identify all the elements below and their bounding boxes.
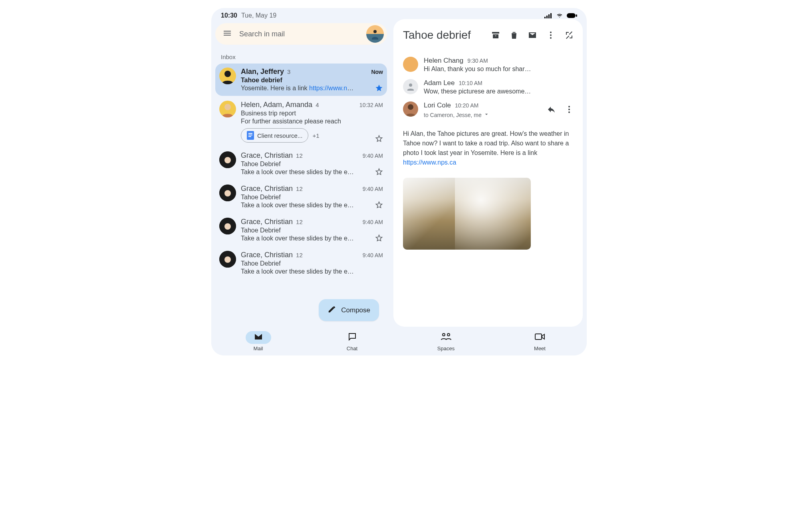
message-body: Hi Alan, the Tahoe pictures are great. H… [403,122,577,167]
message-body-link[interactable]: https://www.nps.ca [403,159,456,166]
svg-point-23 [550,37,552,39]
nav-label: Chat [347,345,357,351]
sender-avatar [403,101,418,117]
thread-count: 3 [287,68,290,75]
delete-button[interactable] [506,27,522,43]
status-date: Tue, May 19 [241,12,276,19]
sender-avatar [219,218,236,234]
thread-snippet: Take a look over these slides by the end… [241,169,357,176]
svg-rect-31 [535,334,542,339]
thread-count: 4 [316,101,319,108]
thread-snippet: Yosemite. Here is a link https://www.nps… [241,85,357,92]
sender-avatar [219,67,236,84]
thread-item[interactable]: Helen, Adam, Amanda 4 10:32 AM Business … [215,97,387,147]
message-sender: Adam Lee [424,79,455,87]
star-toggle[interactable] [375,135,383,143]
thread-snippet: Take a look over these slides by the end… [241,268,357,275]
svg-point-18 [224,223,231,230]
attachment-chip[interactable]: Client resource... [241,128,308,143]
sender-avatar [403,57,418,72]
status-bar: 10:30 Tue, May 19 [211,8,587,19]
attached-photo[interactable] [403,178,531,250]
svg-point-26 [568,106,570,107]
svg-rect-11 [248,135,252,135]
svg-point-28 [568,111,570,113]
docs-icon [247,131,254,140]
svg-point-30 [447,333,450,336]
svg-point-14 [224,157,231,163]
mail-icon [254,332,263,343]
signal-icon [544,13,552,18]
sender-avatar [403,79,418,94]
thread-item[interactable]: Grace, Christian 12 9:40 AM Tahoe Debrie… [215,214,387,246]
svg-rect-1 [546,16,548,18]
svg-rect-3 [550,13,552,18]
thread-senders: Helen, Adam, Amanda [241,101,312,109]
thread-senders: Grace, Christian [241,218,293,226]
sender-avatar [219,185,236,201]
mark-unread-button[interactable] [524,27,540,43]
thread-item[interactable]: Grace, Christian 12 9:40 AM Tahoe Debrie… [215,147,387,180]
thread-time: 9:40 AM [363,186,383,192]
compose-button[interactable]: Compose [319,299,379,321]
svg-rect-5 [576,14,577,17]
thread-senders: Alan, Jeffery [241,67,284,76]
message-more-button[interactable] [561,101,577,117]
thread-snippet: Take a look over these slides by the end… [241,235,357,242]
thread-subject: Tahoe Debrief [241,194,383,201]
message-collapsed[interactable]: Helen Chang 9:30 AM Hi Alan, thank you s… [403,54,577,76]
thread-item[interactable]: Alan, Jeffery 3 Now Tahoe debrief Yosemi… [215,64,387,96]
nav-spaces[interactable]: Spaces [433,331,459,351]
message-preview: Wow, these picturese are awesome. T... [424,88,532,95]
svg-point-29 [443,333,445,336]
thread-snippet: For further assistance please reach [241,118,357,125]
account-avatar[interactable] [366,25,384,43]
svg-point-25 [408,104,413,110]
thread-item[interactable]: Grace, Christian 12 9:40 AM Tahoe Debrie… [215,247,387,279]
message-preview: Hi Alan, thank you so much for sharin... [424,66,532,73]
nav-chat[interactable]: Chat [339,331,365,351]
bottom-nav: Mail Chat Spaces Meet [211,327,587,355]
thread-count: 12 [296,152,303,159]
star-toggle[interactable] [375,168,383,176]
svg-point-22 [550,34,552,36]
more-button[interactable] [543,27,559,43]
message-recipients[interactable]: to Cameron, Jesse, me [424,111,538,119]
svg-point-8 [224,104,231,110]
star-toggle[interactable] [375,201,383,209]
svg-point-24 [409,83,412,87]
search-bar[interactable]: Search in mail [215,23,387,45]
archive-button[interactable] [488,27,504,43]
thread-time: 10:32 AM [359,102,383,108]
menu-icon[interactable] [222,28,232,40]
inbox-section-label: Inbox [215,50,387,64]
attachment-more[interactable]: +1 [312,132,319,139]
nav-label: Spaces [437,345,455,351]
svg-point-27 [568,109,570,110]
reply-button[interactable] [544,101,560,117]
thread-senders: Grace, Christian [241,151,293,160]
svg-rect-4 [567,13,576,18]
nav-meet[interactable]: Meet [527,331,553,351]
thread-list[interactable]: Alan, Jeffery 3 Now Tahoe debrief Yosemi… [215,64,387,327]
star-toggle[interactable] [375,84,383,92]
thread-snippet-link[interactable]: https://www.nps... [309,85,357,91]
thread-item[interactable]: Grace, Christian 12 9:40 AM Tahoe Debrie… [215,181,387,213]
sender-avatar [219,101,236,117]
thread-count: 12 [296,252,303,258]
expand-button[interactable] [561,27,577,43]
message-collapsed[interactable]: Adam Lee 10:10 AM Wow, these picturese a… [403,76,577,98]
svg-point-7 [224,71,231,77]
nav-mail[interactable]: Mail [246,331,271,351]
thread-subject: Tahoe debrief [241,77,383,84]
svg-rect-10 [248,133,252,134]
app-window: 10:30 Tue, May 19 Search in mail [211,8,587,355]
svg-point-20 [224,256,231,263]
thread-count: 12 [296,185,303,192]
star-toggle[interactable] [375,234,383,242]
svg-point-16 [224,190,231,197]
thread-time: 9:40 AM [363,252,383,258]
message-time: 10:20 AM [455,102,478,109]
search-placeholder: Search in mail [239,30,359,38]
sender-avatar [219,251,236,268]
